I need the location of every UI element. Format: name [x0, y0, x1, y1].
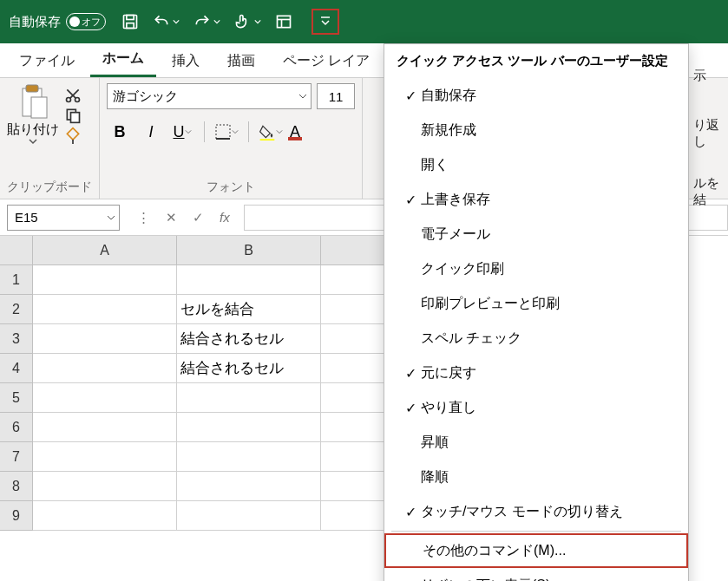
cell[interactable] — [177, 265, 321, 295]
dropdown-item-label: 降順 — [421, 468, 449, 486]
dropdown-item[interactable]: 降順 — [384, 460, 688, 494]
save-icon[interactable] — [121, 13, 139, 30]
expand-icon[interactable]: ⋮ — [137, 210, 150, 225]
select-all-corner[interactable] — [0, 236, 33, 265]
row-header[interactable]: 3 — [0, 324, 33, 354]
dropdown-more-commands[interactable]: その他のコマンド(M)... — [384, 533, 688, 568]
check-icon: ✓ — [400, 400, 421, 416]
svg-rect-3 — [278, 16, 291, 27]
copy-icon[interactable] — [64, 107, 82, 127]
tab-pagelayout[interactable]: ページ レイア — [271, 45, 382, 77]
dropdown-item[interactable]: クイック印刷 — [384, 251, 688, 286]
row-header[interactable]: 4 — [0, 354, 33, 383]
cell[interactable] — [177, 442, 321, 472]
svg-rect-19 — [260, 139, 275, 140]
row-header[interactable]: 5 — [0, 383, 33, 413]
row-header[interactable]: 2 — [0, 295, 33, 324]
cell[interactable]: 結合されるセル — [177, 324, 321, 354]
cell[interactable] — [177, 501, 321, 531]
font-size-select[interactable]: 11 — [317, 83, 355, 109]
dropdown-item[interactable]: ✓タッチ/マウス モードの切り替え — [384, 494, 688, 529]
column-header[interactable]: B — [177, 236, 321, 265]
font-group-label: フォント — [107, 180, 355, 197]
row-header[interactable]: 6 — [0, 413, 33, 442]
merge-label-partial: ルを結 — [693, 168, 728, 215]
dropdown-item-label: 元に戻す — [421, 364, 476, 382]
tab-home[interactable]: ホーム — [90, 42, 156, 77]
cancel-formula-icon[interactable]: ✕ — [166, 210, 177, 225]
font-color-button[interactable]: A — [289, 120, 315, 144]
dropdown-item-label: 上書き保存 — [421, 191, 490, 209]
dropdown-item[interactable]: ✓やり直し — [384, 390, 688, 425]
dropdown-item-label: スペル チェック — [421, 330, 521, 348]
row-header[interactable]: 9 — [0, 501, 33, 531]
dropdown-item-label: タッチ/マウス モードの切り替え — [421, 503, 623, 521]
touch-mode-icon[interactable] — [234, 13, 261, 30]
fill-color-button[interactable] — [258, 120, 284, 144]
row-header[interactable]: 1 — [0, 265, 33, 295]
dropdown-item-label: 開く — [421, 156, 449, 174]
dropdown-item[interactable]: 電子メール — [384, 217, 688, 251]
customize-qat-button[interactable] — [312, 9, 339, 35]
font-name-select[interactable]: 游ゴシック — [107, 83, 312, 109]
separator — [248, 121, 249, 142]
autosave-toggle[interactable]: 自動保存 オフ — [9, 13, 106, 30]
cell[interactable] — [33, 413, 177, 442]
svg-rect-15 — [71, 113, 80, 123]
dropdown-item[interactable]: 開く — [384, 147, 688, 182]
cell[interactable] — [33, 472, 177, 501]
row-header[interactable]: 7 — [0, 442, 33, 472]
dropdown-item-label: 印刷プレビューと印刷 — [421, 295, 560, 313]
cell[interactable] — [177, 413, 321, 442]
check-icon: ✓ — [400, 88, 421, 104]
dropdown-item[interactable]: ✓元に戻す — [384, 356, 688, 390]
tab-file[interactable]: ファイル — [7, 45, 87, 77]
paste-label: 貼り付け — [7, 121, 59, 138]
column-header[interactable]: A — [33, 236, 177, 265]
view-tab-partial[interactable]: 示 — [693, 52, 728, 99]
cell[interactable] — [177, 472, 321, 501]
dropdown-item[interactable]: ✓上書き保存 — [384, 182, 688, 217]
check-icon: ✓ — [400, 365, 421, 382]
cell[interactable] — [33, 295, 177, 324]
cell[interactable] — [33, 383, 177, 413]
dropdown-item[interactable]: ✓自動保存 — [384, 78, 688, 113]
dropdown-item[interactable]: 新規作成 — [384, 113, 688, 147]
undo-icon[interactable] — [153, 13, 180, 30]
font-size-value: 11 — [329, 89, 344, 104]
italic-button[interactable]: I — [138, 120, 164, 144]
cell[interactable] — [33, 501, 177, 531]
cut-icon[interactable] — [64, 87, 82, 107]
cell[interactable] — [33, 442, 177, 472]
bold-button[interactable]: B — [107, 120, 133, 144]
cell[interactable] — [33, 354, 177, 383]
dropdown-item[interactable]: 印刷プレビューと印刷 — [384, 286, 688, 321]
more-commands-label: その他のコマンド(M)... — [423, 542, 566, 560]
redo-icon[interactable] — [193, 13, 220, 30]
svg-rect-1 — [127, 16, 134, 20]
dropdown-show-below[interactable]: リボンの下に表示(S) — [384, 568, 688, 581]
cell[interactable] — [33, 265, 177, 295]
tab-draw[interactable]: 描画 — [215, 45, 267, 77]
cell[interactable] — [177, 383, 321, 413]
cell[interactable] — [33, 324, 177, 354]
format-painter-icon[interactable] — [64, 127, 82, 147]
cell[interactable]: 結合されるセル — [177, 354, 321, 383]
paste-button[interactable]: 貼り付け — [7, 83, 59, 147]
cell[interactable]: セルを結合 — [177, 295, 321, 324]
border-button[interactable] — [213, 120, 239, 144]
dropdown-item[interactable]: スペル チェック — [384, 321, 688, 356]
confirm-formula-icon[interactable]: ✓ — [193, 210, 204, 225]
row-header[interactable]: 8 — [0, 472, 33, 501]
dropdown-item[interactable]: 昇順 — [384, 425, 688, 460]
tab-insert[interactable]: 挿入 — [160, 45, 212, 77]
form-icon[interactable] — [275, 13, 292, 30]
dropdown-item-label: 自動保存 — [421, 87, 476, 105]
dropdown-item-label: 昇順 — [421, 434, 449, 452]
fx-icon[interactable]: fx — [220, 210, 230, 225]
toggle-switch[interactable]: オフ — [66, 13, 106, 30]
name-box[interactable]: E15 — [7, 205, 120, 231]
underline-button[interactable]: U — [169, 120, 195, 144]
show-below-label: リボンの下に表示(S) — [421, 577, 550, 582]
svg-rect-17 — [216, 125, 230, 139]
